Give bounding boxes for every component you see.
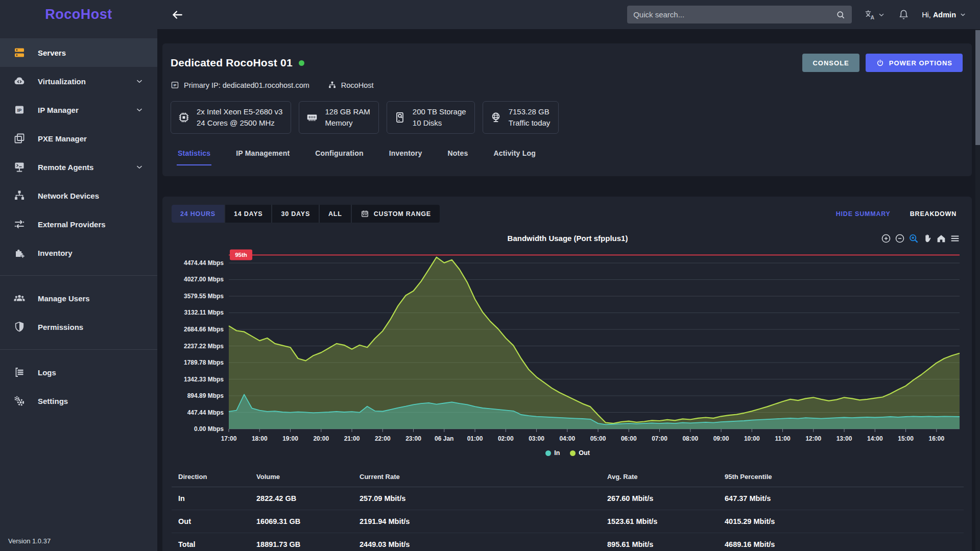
sidebar-divider (0, 349, 157, 350)
search-icon[interactable] (835, 10, 846, 20)
zoom-in-icon[interactable] (880, 233, 892, 244)
translate-icon: A (864, 9, 876, 21)
legend-out-label: Out (579, 449, 590, 457)
zoom-out-icon[interactable] (894, 233, 905, 244)
quick-search (627, 6, 852, 23)
logs-icon (13, 366, 26, 378)
console-button[interactable]: CONSOLE (802, 54, 859, 72)
range-all[interactable]: ALL (320, 205, 352, 223)
tab-ip-management[interactable]: IP Management (235, 146, 291, 165)
tab-statistics[interactable]: Statistics (177, 146, 211, 165)
sidebar-item-manage-users[interactable]: Manage Users (0, 284, 157, 313)
provider: RocoHost (328, 81, 374, 89)
col-95th-percentile: 95th Percentile (718, 468, 964, 487)
breakdown-link[interactable]: BREAKDOWN (910, 210, 957, 218)
back-button[interactable] (171, 7, 186, 22)
sidebar-item-label: Manage Users (38, 294, 90, 303)
page-scrollbar[interactable] (975, 29, 980, 551)
svg-text:07:00: 07:00 (652, 435, 667, 442)
scrollbar-thumb[interactable] (975, 30, 980, 145)
ip-badge-icon: IP (171, 81, 179, 89)
server-header-panel: Dedicated RocoHost 01 CONSOLE POWER OPTI… (162, 43, 972, 176)
sidebar-item-virtualization[interactable]: Virtualization (0, 67, 157, 95)
sidebar-item-label: IP Manager (38, 106, 79, 114)
table-row-out: Out 16069.31 GB 2191.94 Mbit/s 1523.61 M… (172, 510, 964, 533)
sidebar-item-network-devices[interactable]: Network Devices (0, 181, 157, 210)
power-options-label: POWER OPTIONS (889, 59, 952, 67)
spec-line1: 7153.28 GB (509, 106, 551, 117)
box-zoom-icon[interactable] (908, 233, 919, 244)
virtualization-icon (13, 75, 26, 87)
sidebar-item-permissions[interactable]: Permissions (0, 313, 157, 341)
sidebar-item-servers[interactable]: Servers (0, 38, 157, 67)
svg-text:16:00: 16:00 (928, 435, 944, 442)
range-custom[interactable]: CUSTOM RANGE (352, 205, 440, 223)
spec-line1: 128 GB RAM (325, 106, 370, 117)
svg-text:14:00: 14:00 (867, 435, 883, 442)
svg-text:15:00: 15:00 (898, 435, 914, 442)
remote-agents-icon (13, 161, 26, 173)
tab-activity-log[interactable]: Activity Log (492, 146, 537, 165)
range-14-days[interactable]: 14 DAYS (225, 205, 273, 223)
sidebar-item-logs[interactable]: Logs (0, 358, 157, 387)
manage-users-icon (13, 292, 26, 304)
sidebar-item-label: Logs (38, 368, 56, 377)
language-menu[interactable]: A (864, 9, 886, 21)
chevron-down-icon (135, 105, 144, 114)
legend-in-dot (545, 450, 551, 456)
provider-label: RocoHost (341, 81, 374, 89)
pan-icon[interactable] (922, 233, 933, 244)
power-icon (876, 59, 885, 67)
inventory-icon (13, 247, 26, 259)
legend-in[interactable]: In (545, 449, 560, 457)
sidebar-item-remote-agents[interactable]: Remote Agents (0, 153, 157, 181)
bell-icon (898, 9, 910, 20)
hide-summary-link[interactable]: HIDE SUMMARY (836, 210, 891, 218)
sidebar-item-label: Network Devices (38, 191, 99, 200)
svg-text:02:00: 02:00 (498, 435, 514, 442)
sidebar-item-inventory[interactable]: Inventory (0, 238, 157, 267)
spec-line2: Memory (325, 117, 370, 129)
table-row-total: Total 18891.73 GB 2449.03 Mbit/s 895.61 … (172, 533, 964, 551)
user-menu[interactable]: Hi, Admin (922, 11, 967, 19)
time-range-group: 24 HOURS 14 DAYS 30 DAYS ALL CUSTOM RANG… (172, 205, 440, 223)
spec-line1: 2x Intel Xeon E5-2680 v3 (197, 106, 282, 117)
chevron-down-icon (877, 11, 886, 19)
svg-text:06:00: 06:00 (621, 435, 637, 442)
col-avg-rate: Avg. Rate (601, 468, 718, 487)
spec-card-memory: 128 GB RAM Memory (299, 101, 378, 134)
sidebar-divider (0, 275, 157, 276)
svg-text:08:00: 08:00 (682, 435, 698, 442)
sidebar-item-external-providers[interactable]: External Providers (0, 210, 157, 238)
svg-text:05:00: 05:00 (590, 435, 606, 442)
sidebar-item-settings[interactable]: Settings (0, 387, 157, 415)
search-input[interactable] (633, 10, 835, 19)
home-icon[interactable] (936, 233, 947, 244)
power-options-button[interactable]: POWER OPTIONS (866, 54, 963, 72)
custom-range-label: CUSTOM RANGE (374, 210, 431, 218)
brand-logo: RocoHost (0, 0, 157, 29)
legend-out[interactable]: Out (570, 449, 590, 457)
notifications-button[interactable] (898, 9, 910, 20)
tab-inventory[interactable]: Inventory (388, 146, 423, 165)
tab-configuration[interactable]: Configuration (314, 146, 364, 165)
range-24-hours[interactable]: 24 HOURS (172, 205, 225, 223)
bandwidth-chart[interactable]: 4474.44 Mbps4027.00 Mbps3579.55 Mbps3132… (172, 246, 965, 448)
network-devices-icon (13, 189, 26, 202)
chart-toolbar (880, 233, 961, 244)
svg-text:447.44 Mbps: 447.44 Mbps (187, 409, 224, 416)
sidebar-item-ip-manager[interactable]: IP IP Manager (0, 95, 157, 124)
console-label: CONSOLE (812, 59, 849, 67)
page-title: Dedicated RocoHost 01 (171, 57, 293, 69)
svg-text:13:00: 13:00 (836, 435, 852, 442)
main-content: Dedicated RocoHost 01 CONSOLE POWER OPTI… (157, 29, 980, 551)
tab-notes[interactable]: Notes (446, 146, 469, 165)
svg-text:2237.22 Mbps: 2237.22 Mbps (184, 343, 224, 350)
menu-icon[interactable] (949, 233, 961, 244)
col-current-rate: Current Rate (353, 468, 601, 487)
sidebar-item-pxe-manager[interactable]: PXE Manager (0, 124, 157, 153)
range-30-days[interactable]: 30 DAYS (272, 205, 320, 223)
svg-text:12:00: 12:00 (805, 435, 821, 442)
svg-text:21:00: 21:00 (344, 435, 360, 442)
spec-card-storage: 200 TB Storage 10 Disks (387, 101, 475, 134)
